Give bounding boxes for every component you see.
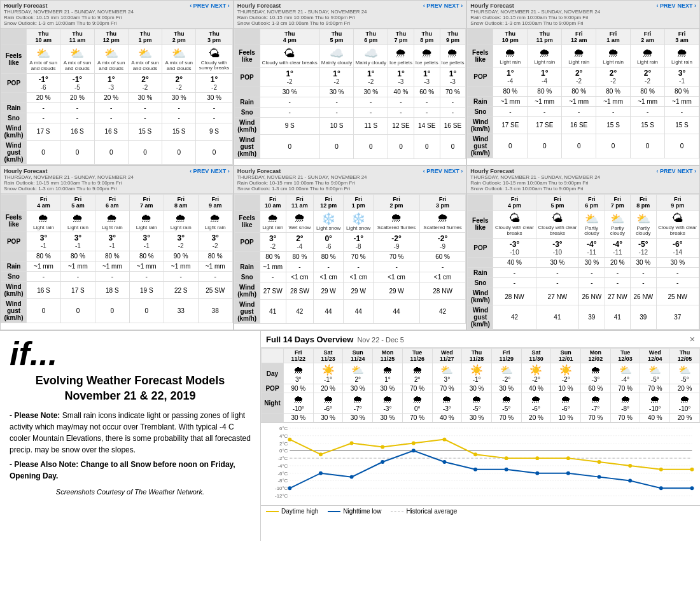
ov-night-cell-13: 🌧-10° [670,393,700,414]
pop-pct-4: 60 % [414,87,440,97]
feels-label: Feelslike [1,45,27,74]
chart-area: 6°C4°C2°C0°C-2°C-4°C-6°C-8°C-10°C-12°C [261,422,700,505]
hour-header-3: Thu7 pm [388,29,414,45]
next-button[interactable]: NEXT › [444,168,463,174]
ov-pop-8: 40 % [521,384,551,393]
gust-label: Windgust(km/h) [468,305,493,330]
ov-pop-5: 70 % [432,384,462,393]
condition-cell-2: ❄️Light snow [314,210,344,233]
panel-header-text: Hourly Forecast THURSDAY, NOVEMBER 21 - … [237,3,423,26]
feels-label: Feelslike [234,45,260,68]
nl-dot-0 [288,487,291,491]
temp-main-5: 3°-2 [198,232,232,251]
prev-button[interactable]: ‹ PREV [423,168,442,174]
wind-3: 29 W [344,283,374,300]
temp-main-3: 2°-2 [128,73,162,92]
nl-dot-13 [690,487,694,491]
weather-panel-6: Hourly Forecast THURSDAY, NOVEMBER 21 - … [466,165,700,331]
snow-label: Sno [234,272,260,283]
condition-cell-1: 🌧Light rain [60,210,95,232]
wind-2: 26 NW [579,288,605,305]
condition-cell-1: 🌧Light rain [528,45,562,67]
condition-cell-5: 🌨Scattered flurries [419,210,466,233]
y-label--12: -12°C [275,493,288,499]
gust-4: 39 [631,305,657,330]
feels-label: Feelslike [468,210,493,239]
hour-header-0: Fri4 pm [493,194,536,210]
hour-header-4: Fri8 am [164,194,198,210]
snow-0: - [27,113,60,123]
hour-header-5: Thu9 pm [440,29,466,45]
ov-night-cell-2: 🌧-7° [343,393,373,414]
rain-1: ~1 mm [528,96,562,106]
snow-2: - [562,106,596,116]
weather-panel-3: Hourly Forecast THURSDAY, NOVEMBER 21 - … [466,0,700,165]
ov-day-cell-6: ☀️-1° [462,363,492,384]
ov-pop-1: 20 % [313,384,343,393]
gust-5: 0 [196,140,232,164]
ov-pop-11: 70 % [610,384,640,393]
ov-day-cell-13: ⛅-5° [670,363,700,384]
ov-pop-3: 30 % [373,384,403,393]
condition-cell-4: 🌧Light rain [631,45,665,67]
next-button[interactable]: NEXT › [677,3,696,9]
next-button[interactable]: NEXT › [211,168,230,174]
hour-header-4: Thu2 pm [162,29,196,45]
close-button[interactable]: × [690,334,695,344]
condition-cell-5: 🌧Light rain [198,210,232,232]
gust-5: 38 [198,299,232,323]
wind-4: 15 S [631,116,665,134]
panel-header-1: Hourly Forecast THURSDAY, NOVEMBER 21 - … [1,1,233,29]
rain-4: ~1 mm [631,96,665,106]
wind-5: 15 S [665,116,699,134]
hour-header-4: Thu8 pm [414,29,440,45]
temp-main-1: -3°-10 [536,239,578,258]
ov-pop-10: 60 % [581,384,611,393]
next-button[interactable]: NEXT › [211,3,230,9]
temp-main-3: -1°-8 [344,233,374,252]
condition-cell-0: 🌧Light rain [493,45,528,67]
wind-2: 16 SE [562,116,596,134]
prev-button[interactable]: ‹ PREV [190,3,209,9]
pop-label: POP [468,239,493,258]
temp-main-5: -6°-14 [656,239,699,258]
hour-header-2: Thu6 pm [354,29,388,45]
pop-pct-0: 80 % [27,251,61,262]
snow-2: <1 cm [314,272,344,283]
nav-buttons: ‹ PREV NEXT › [656,3,696,9]
gust-4: 0 [162,140,196,164]
prev-button[interactable]: ‹ PREV [423,3,442,9]
forecast-title: Evolving Weather Forecast Models Novembe… [10,373,251,403]
ov-col-7: Fri11/29 [491,349,521,363]
gust-3: 0 [596,134,631,158]
prev-button[interactable]: ‹ PREV [656,3,675,9]
pop-pct-2: 80 % [95,251,129,262]
snow-4: - [414,107,440,117]
left-info: if... Evolving Weather Forecast Models N… [0,331,261,541]
wind-2: 16 S [94,123,128,140]
rain-4: - [162,102,196,113]
prev-button[interactable]: ‹ PREV [656,168,675,174]
condition-cell-1: ☁️Mainly cloudy [319,45,354,68]
ov-night-pop-2: 30 % [343,414,373,422]
snow-3: - [129,272,164,282]
next-button[interactable]: NEXT › [444,3,463,9]
gust-2: 44 [314,300,344,324]
forecast-text: - Please Note: Small rain icons indicate… [10,410,251,498]
prev-button[interactable]: ‹ PREV [190,168,209,174]
wind-1: 16 S [60,123,94,140]
legend-blue-line [328,511,340,512]
y-label--4: -4°C [277,463,288,469]
hour-header-1: Thu5 pm [319,29,354,45]
next-button[interactable]: NEXT › [677,168,696,174]
snow-4: - [162,113,196,123]
hour-header-0: Thu10 am [27,29,60,45]
ov-night-cell-1: 🌧-6° [313,393,343,414]
temp-main-2: -4°-11 [579,239,605,258]
condition-cell-1: ⛅A mix of sun and clouds [60,45,94,74]
snow-1: - [60,272,95,282]
hour-header-5: Fri9 am [198,194,232,210]
legend-daytime: Daytime high [266,508,318,515]
temp-main-0: 3°-2 [260,233,286,252]
gust-4: 44 [374,300,420,324]
